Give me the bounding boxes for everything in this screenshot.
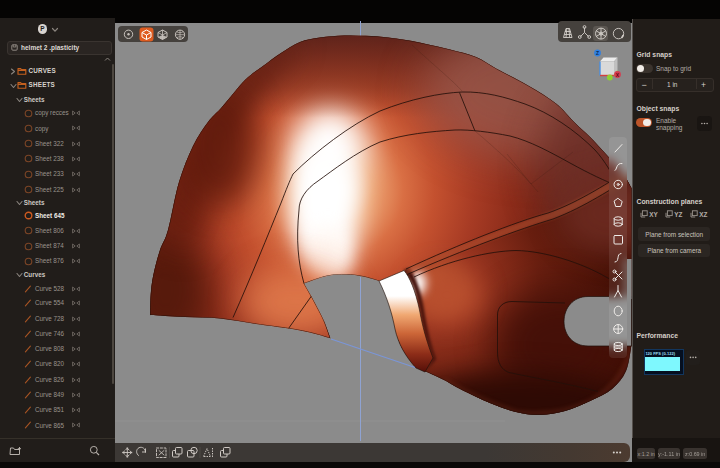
svg-text:Z: Z xyxy=(596,50,599,56)
